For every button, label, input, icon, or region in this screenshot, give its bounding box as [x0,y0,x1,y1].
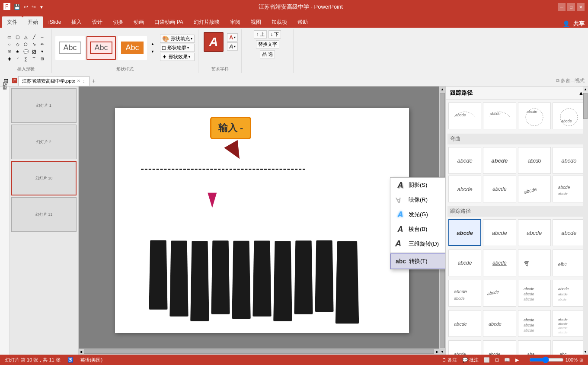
path-12[interactable]: abcde abcde abcde [553,280,585,307]
shape-line[interactable]: ╱ [30,33,38,40]
path-15[interactable]: abcde abcde abcde [518,310,551,337]
style-scroll-up[interactable]: ▲ [149,41,157,48]
style-btn-2[interactable]: Abc [86,36,116,60]
shape-pentagon[interactable]: ⬠ [22,41,30,48]
tab-close-btn[interactable]: ✕ [77,79,80,83]
tab-addins[interactable]: 加载项 [266,16,292,28]
path-16[interactable]: abcde abcde abcde abcde [553,310,585,337]
document-tab[interactable]: 江苏省靖安高级中学.pptx ✕ ⋮ [18,76,89,86]
shape-image[interactable]: 🖼 [30,48,38,55]
multiwindow-btn[interactable]: ⧉ 多窗口视式 [556,77,585,84]
tab-help[interactable]: 帮助 [292,16,313,28]
zoom-out-btn[interactable]: ─ [524,357,527,362]
shape-curve[interactable]: ∿ [30,41,38,48]
menu-glow[interactable]: A 发光(G) ▶ [390,207,445,222]
shape-callout[interactable]: 💬 [22,48,30,55]
path-10[interactable]: abcde [483,280,516,307]
shape-more[interactable]: ▼ [38,48,46,55]
shape-select[interactable]: ⊞ [38,55,46,62]
right-scroll-thumb[interactable] [583,93,588,119]
slide-thumb-2[interactable]: 幻灯片 2 [11,125,77,159]
style-btn-3[interactable]: Abc [118,36,147,60]
move-up-btn[interactable]: ↑ 上 [254,30,267,38]
bend-8[interactable]: abcde abcde [553,176,585,202]
tab-animations[interactable]: 动画 [128,16,149,28]
bend-3[interactable]: abcdo [518,147,551,174]
shape-star[interactable]: ★ [14,48,22,55]
zoom-fit-btn[interactable]: ⊞ [579,358,583,362]
path-5[interactable]: abcde [448,250,481,276]
shape-triangle[interactable]: △ [22,33,30,40]
bend-6[interactable]: abcde [483,176,516,202]
tab-file[interactable]: 文件 [2,16,22,28]
style-scroll-down[interactable]: ▼ [149,48,157,55]
select-btn[interactable]: 品 选 [260,50,275,58]
tab-menu-icon[interactable]: ⋮ [82,79,86,83]
path-4[interactable]: abcde [553,219,585,246]
vscroll-up-btn[interactable]: ▲ [440,86,445,92]
shape-equation[interactable]: ∑ [22,55,30,62]
tab-slideshow[interactable]: 幻灯片故映 [189,16,225,28]
tab-transitions[interactable]: 切换 [108,16,128,28]
quick-save-icon[interactable]: 💾 [14,4,20,10]
view-read-btn[interactable]: 📖 [504,357,510,363]
slide-thumb-1[interactable]: 幻灯片 1 [11,88,77,123]
text-effect-btn[interactable]: A ▾ [227,42,238,51]
path-19[interactable]: ...aba [518,340,551,355]
path-17[interactable]: abcde [448,340,481,355]
slide-thumb-active[interactable]: 幻灯片 10 [11,161,77,195]
maximize-btn[interactable]: □ [567,3,575,11]
notes-btn[interactable]: 💬 批注 [462,357,479,363]
hscroll-left-btn[interactable]: ◀ [79,350,83,354]
menu-reflect[interactable]: A 映像(R) ▶ [390,192,445,207]
path-2[interactable]: abcde [483,219,516,246]
menu-3d[interactable]: A 三维旋转(D) ▶ [390,237,445,251]
replace-text-btn[interactable]: 替换文字 [256,40,279,48]
right-scroll-down[interactable]: ▼ [583,349,588,355]
view-present-btn[interactable]: ▶ [515,357,519,363]
bend-4[interactable]: abcdo [553,147,585,174]
menu-shadow[interactable]: A 阴影(S) ▶ [390,178,445,192]
tab-insert[interactable]: 插入 [66,16,87,28]
right-panel-content[interactable]: abcde abcde abcde [446,100,588,355]
bend-2[interactable]: abcde [483,147,516,174]
tab-home[interactable]: 开始 [22,16,43,28]
tab-design[interactable]: 设计 [87,16,108,28]
hscroll-right-btn[interactable]: ▶ [435,350,439,354]
accessibility-icon[interactable]: ♿ [67,357,74,363]
path-14[interactable]: abcde [483,310,516,337]
path-11[interactable]: abcde abcde abcde [518,280,551,307]
bend-1[interactable]: abcde [448,147,481,174]
view-normal-btn[interactable]: ⬜ [484,357,490,363]
slide-thumb-last[interactable]: 幻灯片 11 [11,197,77,232]
minimize-btn[interactable]: ─ [558,3,566,11]
path-6[interactable]: abcde [483,250,516,276]
tab-islide[interactable]: iSlide [43,16,66,28]
shape-diamond[interactable]: ◇ [14,41,22,48]
menu-bevel[interactable]: A 棱台(B) ▶ [390,222,445,237]
share-button[interactable]: 共享 [573,20,585,28]
art-style-arc1[interactable]: abcde [518,102,551,129]
art-style-circle1[interactable]: abcde [448,102,481,129]
shape-rounded-rect[interactable]: ▢ [14,33,22,40]
path-1[interactable]: abcde 渐彩 下 [448,219,481,246]
path-3[interactable]: abcde [518,219,551,246]
shape-arrow[interactable]: → [38,33,46,40]
bend-7[interactable]: abcde [518,176,551,202]
move-down-btn[interactable]: ↓ 下 [268,30,281,38]
art-style-arc2[interactable]: abcde [553,102,585,129]
shape-outline-btn[interactable]: □ 形状轮廓▾ [160,44,195,52]
art-text-btn[interactable]: A [202,30,225,54]
shape-arc[interactable]: ◜ [14,55,22,62]
customize-icon[interactable]: ▼ [39,5,44,10]
hscroll-thumb[interactable] [84,349,434,354]
sidebar-toggle[interactable]: ⊞ [3,77,9,84]
tab-review[interactable]: 审阅 [225,16,246,28]
tab-pa[interactable]: 口袋动画 PA [149,16,188,28]
path-13[interactable]: abcde [448,310,481,337]
comments-btn[interactable]: 🗒 备注 [442,357,457,363]
shape-effect-btn[interactable]: ✦ 形状效果▾ [160,53,195,61]
bend-5[interactable]: abcde [448,176,481,202]
path-9[interactable]: abcde abcde [448,280,481,307]
quick-undo-icon[interactable]: ↩ [24,4,28,10]
